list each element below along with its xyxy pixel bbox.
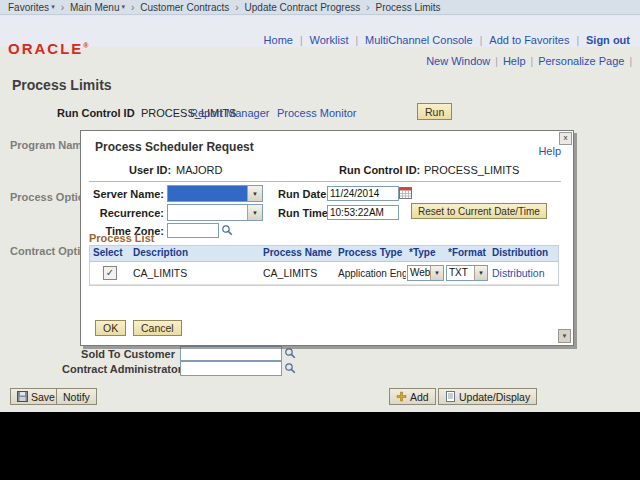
link-help[interactable]: Help: [503, 55, 526, 67]
contract-administrator-lookup-icon[interactable]: [283, 361, 296, 374]
menu-main-menu-label: Main Menu: [70, 2, 119, 13]
save-button[interactable]: Save: [10, 388, 62, 405]
sold-to-customer-lookup-icon[interactable]: [283, 346, 296, 359]
dialog-title: Process Scheduler Request: [95, 140, 254, 154]
format-select[interactable]: TXT ▼: [446, 265, 488, 281]
recurrence-value: [168, 205, 247, 220]
breadcrumb: Favorites ▾ › Main Menu ▾ › Customer Con…: [0, 0, 640, 15]
server-name-label: Server Name:: [81, 188, 164, 200]
scrollbar-corner[interactable]: ▼: [558, 329, 571, 343]
link-divider: |: [495, 56, 498, 67]
report-manager-link[interactable]: Report Manager: [190, 107, 270, 119]
process-scheduler-request-dialog: Process Scheduler Request x Help User ID…: [80, 130, 574, 346]
menu-main-menu[interactable]: Main Menu ▾: [70, 2, 125, 13]
page-title: Process Limits: [12, 77, 112, 93]
cancel-button[interactable]: Cancel: [133, 320, 182, 336]
server-name-value: [168, 186, 247, 201]
link-divider: |: [480, 35, 483, 46]
link-divider: |: [576, 35, 579, 46]
distribution-link[interactable]: Distribution: [492, 267, 545, 279]
run-time-input[interactable]: [327, 205, 399, 220]
close-icon[interactable]: x: [559, 132, 572, 145]
reset-date-time-button[interactable]: Reset to Current Date/Time: [411, 203, 547, 219]
divider-line: [89, 181, 561, 182]
column-header-select: Select: [90, 246, 130, 261]
link-add-to-favorites[interactable]: Add to Favorites: [489, 34, 569, 46]
sold-to-customer-input[interactable]: [180, 346, 282, 361]
recurrence-label: Recurrence:: [81, 207, 164, 219]
select-cell: ✓: [90, 266, 130, 280]
breadcrumb-process-limits: Process Limits: [376, 2, 441, 13]
run-date-label: Run Date:: [278, 188, 330, 200]
contract-administrator-input[interactable]: [180, 361, 282, 376]
run-time-label: Run Time:: [278, 207, 332, 219]
process-list-heading: Process List: [89, 232, 154, 244]
link-divider: |: [300, 35, 303, 46]
ok-button[interactable]: OK: [95, 320, 126, 336]
breadcrumb-separator: ›: [366, 2, 369, 13]
contract-administrator-label: Contract Administrator: [62, 363, 175, 375]
chevron-down-icon: ▾: [121, 3, 125, 11]
link-home[interactable]: Home: [264, 34, 293, 46]
run-button[interactable]: Run: [417, 103, 452, 120]
breadcrumb-customer-contracts[interactable]: Customer Contracts: [140, 2, 229, 13]
breadcrumb-update-contract-progress[interactable]: Update Contract Progress: [245, 2, 361, 13]
run-date-input[interactable]: [327, 186, 399, 201]
dialog-help-link[interactable]: Help: [538, 145, 561, 157]
save-icon: [17, 391, 28, 402]
add-button-label: Add: [410, 391, 429, 403]
notify-button[interactable]: Notify: [56, 388, 97, 405]
update-display-icon: [445, 391, 456, 402]
format-cell: TXT ▼: [445, 265, 489, 281]
dropdown-arrow-icon[interactable]: ▼: [474, 266, 487, 280]
select-checkbox[interactable]: ✓: [103, 266, 117, 280]
column-header-format: *Format: [445, 246, 489, 261]
oracle-logo: ORACLE®: [8, 40, 89, 57]
dropdown-arrow-icon[interactable]: ▼: [430, 266, 443, 280]
link-multichannel-console[interactable]: MultiChannel Console: [365, 34, 473, 46]
dropdown-arrow-icon[interactable]: ▼: [247, 205, 262, 220]
calendar-icon[interactable]: [399, 186, 412, 199]
header-bar: ORACLE® Home | Worklist | MultiChannel C…: [0, 16, 640, 47]
header-links: Home | Worklist | MultiChannel Console |…: [264, 34, 630, 46]
type-value: Web: [408, 266, 430, 280]
footer-bar: [0, 412, 640, 480]
link-sign-out[interactable]: Sign out: [586, 34, 630, 46]
dropdown-arrow-icon[interactable]: ▼: [247, 186, 262, 201]
oracle-logo-text: ORACLE: [8, 40, 83, 57]
page-action-links: New Window | Help | Personalize Page |: [426, 55, 632, 67]
add-button[interactable]: Add: [389, 388, 436, 405]
link-divider: |: [629, 56, 632, 67]
type-select[interactable]: Web ▼: [407, 265, 444, 281]
server-name-select[interactable]: ▼: [167, 185, 263, 202]
recurrence-select[interactable]: ▼: [167, 204, 263, 221]
column-header-type: *Type: [406, 246, 445, 261]
link-divider: |: [355, 35, 358, 46]
link-personalize-page[interactable]: Personalize Page: [538, 55, 624, 67]
breadcrumb-separator: ›: [61, 2, 64, 13]
distribution-cell: Distribution: [489, 267, 558, 279]
type-cell: Web ▼: [406, 265, 445, 281]
table-header-row: Select Description Process Name Process …: [90, 246, 558, 262]
user-id-value: MAJORD: [176, 164, 222, 176]
column-header-description: Description: [130, 246, 260, 261]
menu-favorites[interactable]: Favorites ▾: [8, 2, 55, 13]
process-monitor-link[interactable]: Process Monitor: [277, 107, 356, 119]
sold-to-customer-label: Sold To Customer: [75, 348, 175, 360]
check-icon: ✓: [106, 268, 114, 278]
save-button-label: Save: [31, 391, 55, 403]
chevron-down-icon: ▾: [51, 3, 55, 11]
table-row: ✓ CA_LIMITS CA_LIMITS Application Engine…: [90, 262, 558, 285]
add-icon: [396, 391, 407, 402]
update-display-button-label: Update/Display: [459, 391, 530, 403]
process-list-table: Select Description Process Name Process …: [89, 245, 559, 286]
menu-favorites-label: Favorites: [8, 2, 49, 13]
update-display-button[interactable]: Update/Display: [438, 388, 537, 405]
format-value: TXT: [447, 266, 474, 280]
link-divider: |: [531, 56, 534, 67]
time-zone-input[interactable]: [167, 223, 219, 238]
time-zone-lookup-icon[interactable]: [220, 223, 233, 236]
link-worklist[interactable]: Worklist: [310, 34, 349, 46]
run-control-id-label: Run Control ID: [57, 107, 135, 119]
link-new-window[interactable]: New Window: [426, 55, 490, 67]
